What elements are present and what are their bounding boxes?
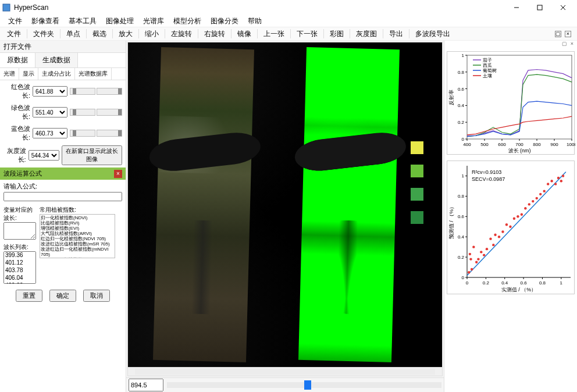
menu-图像分类[interactable]: 图像分类 bbox=[206, 15, 243, 27]
tab-raw-data[interactable]: 原数据 bbox=[0, 53, 35, 67]
formula-columns: 变量对应的波长: 波长列表: 399.36401.12403.78406.044… bbox=[0, 204, 126, 286]
toolbtn-多波段导出[interactable]: 多波段导出 bbox=[411, 28, 455, 40]
svg-point-87 bbox=[509, 226, 511, 228]
menu-基本工具[interactable]: 基本工具 bbox=[64, 15, 101, 27]
svg-text:1: 1 bbox=[560, 280, 563, 286]
toolbtn-灰度图[interactable]: 灰度图 bbox=[351, 28, 382, 40]
tab-generated-data[interactable]: 生成数据 bbox=[35, 53, 78, 67]
svg-point-98 bbox=[550, 180, 553, 182]
svg-point-75 bbox=[472, 245, 475, 248]
svg-point-74 bbox=[471, 268, 473, 270]
svg-point-100 bbox=[557, 177, 560, 179]
gray-band-select[interactable]: 544.34 bbox=[29, 150, 59, 161]
toolbtn-上一张[interactable]: 上一张 bbox=[259, 28, 289, 40]
toolbtn-放大[interactable]: 放大 bbox=[114, 28, 137, 40]
svg-text:600: 600 bbox=[498, 142, 506, 147]
svg-text:0.8: 0.8 bbox=[458, 194, 465, 199]
rgb-image-strip bbox=[153, 47, 254, 362]
svg-point-99 bbox=[554, 183, 557, 185]
band-slider-thumb[interactable] bbox=[304, 380, 311, 390]
toolbtn-截选[interactable]: 截选 bbox=[88, 28, 111, 40]
dock-pin-icon[interactable]: ▢ bbox=[555, 31, 561, 37]
menu-光谱库[interactable]: 光谱库 bbox=[138, 15, 169, 27]
svg-text:1: 1 bbox=[462, 173, 465, 179]
reset-button[interactable]: 重置 bbox=[16, 290, 42, 302]
toolbtn-左旋转[interactable]: 左旋转 bbox=[166, 28, 197, 40]
band-slider-readout[interactable] bbox=[129, 379, 163, 391]
image-viewport[interactable] bbox=[128, 42, 442, 367]
svg-point-76 bbox=[475, 261, 478, 263]
formula-prompt-label: 请输入公式: bbox=[3, 182, 122, 191]
toolbtn-文件[interactable]: 文件 bbox=[2, 28, 26, 40]
svg-point-96 bbox=[543, 190, 545, 192]
band-slider-track[interactable] bbox=[167, 382, 441, 388]
blue-band-select[interactable]: 460.73 bbox=[33, 128, 67, 138]
maximize-button[interactable] bbox=[528, 0, 551, 15]
formula-panel-title: 波段运算公式 bbox=[3, 169, 42, 178]
toolbtn-文件夹[interactable]: 文件夹 bbox=[29, 28, 59, 40]
formula-area: 请输入公式: bbox=[0, 180, 126, 204]
svg-text:西瓜: 西瓜 bbox=[483, 63, 492, 68]
menu-帮助[interactable]: 帮助 bbox=[243, 15, 266, 27]
blue-band-slider[interactable] bbox=[70, 130, 122, 137]
toolbtn-彩图[interactable]: 彩图 bbox=[325, 28, 348, 40]
index-image-strip bbox=[298, 47, 400, 362]
gray-band-label: 灰度波长: bbox=[3, 147, 26, 164]
var-wavelength-label: 变量对应的波长: bbox=[3, 206, 36, 222]
svg-text:0.6: 0.6 bbox=[458, 214, 465, 219]
app-icon bbox=[2, 3, 10, 12]
red-band-row: 红色波长: 641.88 bbox=[3, 83, 122, 100]
app-window: HyperScan 文件影像查看基本工具图像处理光谱库模型分析图像分类帮助 文件… bbox=[0, 0, 577, 392]
green-band-slider[interactable] bbox=[70, 109, 122, 116]
red-band-slider[interactable] bbox=[70, 88, 122, 95]
wavelength-list[interactable]: 399.36401.12403.78406.04409.30411.06 bbox=[3, 251, 36, 284]
subtab-2[interactable]: 主成分占比 bbox=[38, 68, 75, 80]
toolbtn-单点[interactable]: 单点 bbox=[62, 28, 85, 40]
minimize-button[interactable] bbox=[505, 0, 528, 15]
svg-text:400: 400 bbox=[463, 142, 471, 147]
subtab-3[interactable]: 光谱数据库 bbox=[75, 68, 112, 80]
menu-文件[interactable]: 文件 bbox=[3, 15, 27, 27]
menu-模型分析[interactable]: 模型分析 bbox=[169, 15, 206, 27]
svg-text:反射率: 反射率 bbox=[448, 90, 454, 105]
dock-close-icon[interactable]: × bbox=[571, 41, 574, 50]
dock-pin-icon[interactable]: ▢ bbox=[562, 41, 567, 50]
ok-button[interactable]: 确定 bbox=[49, 290, 76, 302]
svg-point-97 bbox=[547, 183, 549, 185]
viewport-hscroll[interactable] bbox=[128, 367, 442, 376]
svg-text:实测值 / （%）: 实测值 / （%） bbox=[501, 287, 537, 293]
subtab-1[interactable]: 显示 bbox=[19, 68, 38, 80]
svg-point-85 bbox=[501, 230, 504, 233]
formula-input[interactable] bbox=[3, 192, 122, 201]
svg-point-89 bbox=[517, 215, 519, 218]
red-band-select[interactable]: 641.88 bbox=[33, 86, 67, 97]
subtab-0[interactable]: 光谱 bbox=[0, 68, 19, 80]
veg-index-label: 常用植被指数: bbox=[40, 206, 122, 214]
formula-panel-close-icon[interactable]: × bbox=[114, 170, 122, 178]
svg-rect-0 bbox=[3, 4, 10, 11]
toolbtn-下一张[interactable]: 下一张 bbox=[292, 28, 322, 40]
svg-text:茄子: 茄子 bbox=[483, 58, 492, 63]
dock-close-icon[interactable]: × bbox=[565, 31, 571, 37]
menu-图像处理[interactable]: 图像处理 bbox=[101, 15, 138, 27]
menu-影像查看[interactable]: 影像查看 bbox=[27, 15, 64, 27]
titlebar: HyperScan bbox=[0, 0, 577, 15]
svg-text:SECV=0.0987: SECV=0.0987 bbox=[472, 176, 505, 182]
veg-index-list[interactable]: 归一化植被指数(NDVI)比值植被指数(RVI)增强植被指数(EVI)大气阻抗植… bbox=[40, 214, 115, 258]
open-gray-window-button[interactable]: 在新窗口显示此波长图像 bbox=[62, 145, 122, 165]
svg-text:0.8: 0.8 bbox=[458, 70, 465, 75]
toolbar-dock-controls: ▢ × bbox=[555, 31, 575, 37]
toolbtn-镜像[interactable]: 镜像 bbox=[233, 28, 256, 40]
toolbtn-导出[interactable]: 导出 bbox=[384, 28, 408, 40]
toolbtn-缩小[interactable]: 缩小 bbox=[140, 28, 163, 40]
close-button[interactable] bbox=[551, 0, 575, 15]
cancel-button[interactable]: 取消 bbox=[83, 290, 110, 302]
svg-point-91 bbox=[524, 207, 526, 209]
left-dock-title-text: 打开文件 bbox=[3, 42, 31, 52]
band-slider-row bbox=[126, 377, 444, 392]
toolbtn-右旋转[interactable]: 右旋转 bbox=[200, 28, 230, 40]
menubar: 文件影像查看基本工具图像处理光谱库模型分析图像分类帮助 bbox=[0, 15, 577, 27]
band-selectors: 红色波长: 641.88 绿色波长: 551.40 蓝色波长: 460.73 灰… bbox=[0, 80, 126, 168]
var-wavelength-box[interactable] bbox=[3, 222, 36, 240]
green-band-select[interactable]: 551.40 bbox=[33, 107, 67, 117]
